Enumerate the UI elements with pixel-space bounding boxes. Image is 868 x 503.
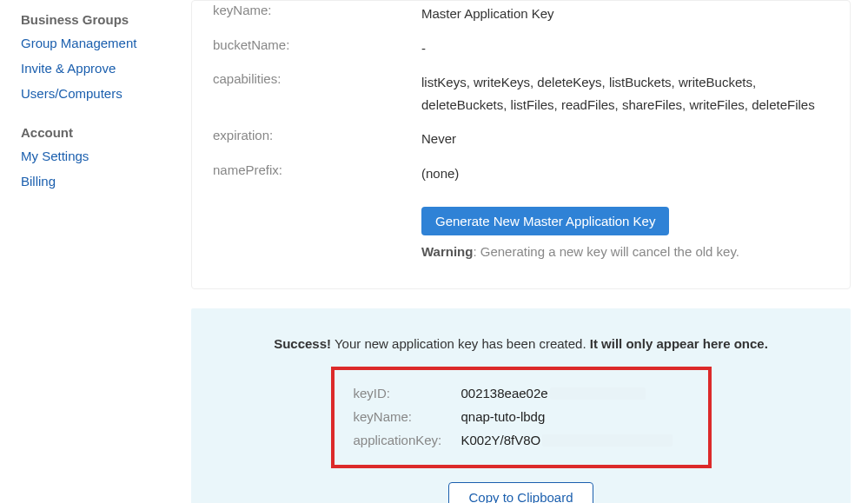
warning-text: Warning: Generating a new key will cance… <box>421 244 739 259</box>
kv-value: (none) <box>421 162 459 185</box>
redacted-block <box>542 434 673 447</box>
kv-row-expiration: expiration: Never <box>192 128 850 150</box>
kv-value: listKeys, writeKeys, deleteKeys, listBuc… <box>421 71 829 116</box>
success-label: Success! <box>274 336 331 351</box>
kv-label: expiration: <box>213 128 421 142</box>
key-row-keyid: keyID: 002138eae02e <box>354 386 689 400</box>
key-row-applicationkey: applicationKey: K002Y/8fV8O <box>354 433 689 447</box>
kv-row-capabilities: capabilities: listKeys, writeKeys, delet… <box>192 71 850 116</box>
sidebar-item-users-computers[interactable]: Users/Computers <box>21 86 191 101</box>
kv-label: namePrefix: <box>213 162 421 177</box>
key-value-text: K002Y/8fV8O <box>461 433 541 447</box>
sidebar-item-group-management[interactable]: Group Management <box>21 36 191 50</box>
success-text: Your new application key has been create… <box>331 336 590 351</box>
kv-row-action: Generate New Master Application Key Warn… <box>192 207 850 259</box>
success-panel: Success! Your new application key has be… <box>191 308 851 503</box>
kv-value: Never <box>421 128 456 150</box>
sidebar-section-account: Account My Settings Billing <box>21 125 191 189</box>
sidebar-item-invite-approve[interactable]: Invite & Approve <box>21 61 191 76</box>
key-value-keyname: qnap-tuto-lbdg <box>461 409 546 424</box>
success-once: It will only appear here once. <box>590 336 768 351</box>
key-value-text: 002138eae02e <box>461 386 548 400</box>
copy-to-clipboard-button[interactable]: Copy to Clipboard <box>448 482 593 503</box>
warning-message: : Generating a new key will cancel the o… <box>473 244 739 259</box>
kv-value: Master Application Key <box>421 3 554 25</box>
sidebar-item-billing[interactable]: Billing <box>21 174 191 189</box>
warning-label: Warning <box>421 244 473 259</box>
kv-value: - <box>421 37 426 60</box>
sidebar-item-my-settings[interactable]: My Settings <box>21 149 191 163</box>
key-label: keyName: <box>354 409 461 424</box>
master-key-panel: keyName: Master Application Key bucketNa… <box>191 0 851 289</box>
generate-master-key-button[interactable]: Generate New Master Application Key <box>421 207 669 235</box>
key-row-keyname: keyName: qnap-tuto-lbdg <box>354 409 689 424</box>
kv-row-keyname: keyName: Master Application Key <box>192 3 850 25</box>
success-message: Success! Your new application key has be… <box>226 336 816 351</box>
key-label: applicationKey: <box>354 433 461 447</box>
sidebar-section-business-groups: Business Groups Group Management Invite … <box>21 12 191 101</box>
kv-row-bucketname: bucketName: - <box>192 37 850 60</box>
key-value-applicationkey: K002Y/8fV8O <box>461 433 673 447</box>
kv-label: capabilities: <box>213 71 421 86</box>
kv-label: keyName: <box>213 3 421 17</box>
main-content: keyName: Master Application Key bucketNa… <box>191 0 868 503</box>
redacted-block <box>550 387 646 400</box>
kv-row-nameprefix: namePrefix: (none) <box>192 162 850 185</box>
key-value-text: qnap-tuto-lbdg <box>461 409 546 424</box>
kv-label: bucketName: <box>213 37 421 52</box>
key-label: keyID: <box>354 386 461 400</box>
sidebar: Business Groups Group Management Invite … <box>0 0 191 503</box>
copy-button-wrap: Copy to Clipboard <box>226 482 816 503</box>
sidebar-section-title: Account <box>21 125 191 140</box>
key-value-keyid: 002138eae02e <box>461 386 646 400</box>
sidebar-section-title: Business Groups <box>21 12 191 27</box>
new-key-highlight-box: keyID: 002138eae02e keyName: qnap-tuto-l… <box>331 367 712 468</box>
